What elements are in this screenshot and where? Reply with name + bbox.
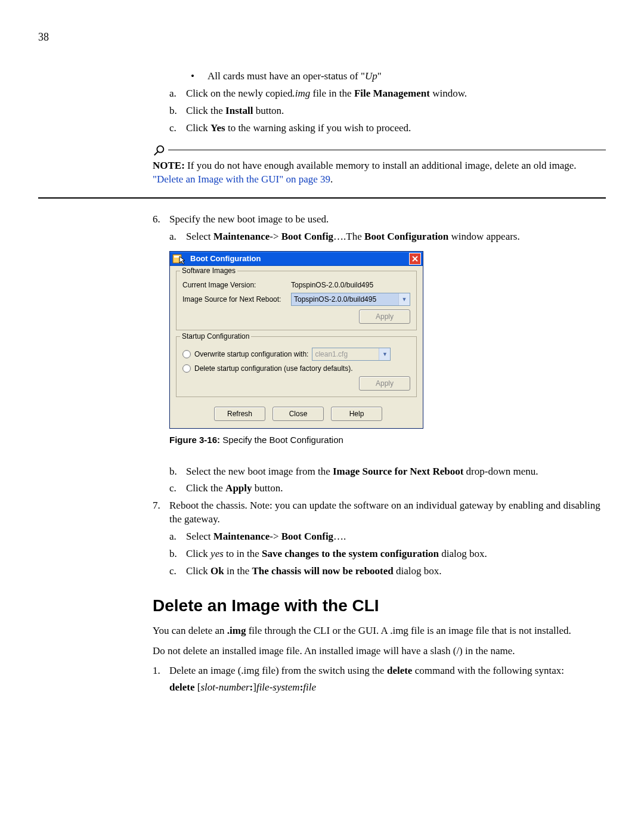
text-em: file xyxy=(303,682,316,693)
apply-button[interactable]: Apply xyxy=(359,309,410,324)
overwrite-radio[interactable] xyxy=(182,350,191,358)
step-text: Reboot the chassis. Note: you can update… xyxy=(169,499,606,527)
step-text: Specify the new boot image to be used. xyxy=(169,213,329,227)
image-source-next-reboot-label: Image Source for Next Reboot: xyxy=(182,295,291,304)
text: -> xyxy=(270,531,281,542)
figure-caption: Figure 3-16: Specify the Boot Configurat… xyxy=(169,435,606,445)
horizontal-rule xyxy=(38,197,606,199)
delete-config-radio[interactable] xyxy=(182,364,191,373)
text-bold: Maintenance xyxy=(213,231,270,242)
text-bold: delete xyxy=(387,665,412,676)
paragraph: Do not delete an installed image file. A… xyxy=(153,644,606,658)
text: ….The xyxy=(333,231,364,242)
text-bold: Ok xyxy=(210,565,224,577)
dialog-title: Boot Configuration xyxy=(190,254,261,263)
text: to the warning asking if you wish to pro… xyxy=(225,122,411,134)
delete-config-label: Delete startup configuration (use factor… xyxy=(194,364,352,373)
text: You can delete an xyxy=(153,625,227,636)
substep-a: a. Click on the newly copied.img file in… xyxy=(169,87,606,101)
text-em: file-system xyxy=(256,682,300,693)
text-bold: Yes xyxy=(210,122,225,134)
text: file through the CLI or the GUI. A .img … xyxy=(246,625,571,636)
close-button[interactable] xyxy=(409,253,421,265)
text: . xyxy=(330,174,333,185)
text-em: yes xyxy=(210,548,224,559)
note-text: NOTE: If you do not have enough availabl… xyxy=(153,159,606,187)
text: Click xyxy=(186,122,210,134)
overwrite-config-select[interactable]: clean1.cfg ▼ xyxy=(312,348,391,361)
magnifier-icon xyxy=(153,144,166,157)
bullet-item: • All cards must have an oper-status of … xyxy=(186,70,606,83)
refresh-button[interactable]: Refresh xyxy=(214,407,265,421)
text: button. xyxy=(253,105,284,116)
help-button[interactable]: Help xyxy=(331,407,382,421)
step-number: 6. xyxy=(153,213,169,227)
note-link[interactable]: "Delete an Image with the GUI" on page 3… xyxy=(153,174,330,185)
text: If you do not have enough available memo… xyxy=(187,160,576,171)
close-icon xyxy=(411,255,419,262)
text: Select the new boot image from the xyxy=(186,466,333,477)
text-bold: .img xyxy=(227,625,246,636)
text-bold: File Management xyxy=(354,88,430,99)
text: window. xyxy=(430,88,467,99)
step-number: 1. xyxy=(153,664,169,678)
text: Click xyxy=(186,565,210,577)
paragraph: You can delete an .img file through the … xyxy=(153,624,606,638)
apply-button[interactable]: Apply xyxy=(359,376,410,391)
text-bold: Image Source for Next Reboot xyxy=(333,466,463,477)
command-syntax: delete [slot-number:]file-system:file xyxy=(169,682,606,693)
text-bold: delete xyxy=(169,682,197,693)
select-value: clean1.cfg xyxy=(312,348,379,360)
text-bold: The chassis will now be rebooted xyxy=(252,565,394,577)
substep-b: b. Select the new boot image from the Im… xyxy=(169,465,606,479)
svg-point-0 xyxy=(157,145,163,152)
cursor-icon xyxy=(178,255,188,265)
step-6: 6. Specify the new boot image to be used… xyxy=(153,213,606,227)
overwrite-label: Overwrite startup configuration with: xyxy=(194,350,308,358)
text-bold: Install xyxy=(225,105,253,116)
text-em: slot-number xyxy=(200,682,249,693)
text: in the xyxy=(224,565,252,577)
chevron-down-icon: ▼ xyxy=(379,348,390,360)
step-number: 7. xyxy=(153,499,169,527)
boot-configuration-dialog: Boot Configuration Software Images Curre… xyxy=(169,251,423,429)
page-number: 38 xyxy=(38,31,606,44)
text-bold: Boot Config xyxy=(281,231,333,242)
svg-marker-4 xyxy=(179,256,185,264)
text-em: .img xyxy=(292,88,310,99)
substep-a: a. Select Maintenance-> Boot Config…. xyxy=(169,530,606,544)
text-bold: Apply xyxy=(225,482,252,494)
text: Delete an image (.img file) from the swi… xyxy=(169,665,387,676)
figure-number: Figure 3-16: xyxy=(169,435,220,445)
text: command with the following syntax: xyxy=(412,665,564,676)
substep-b: b. Click the Install button. xyxy=(169,104,606,118)
substep-c: c. Click Ok in the The chassis will now … xyxy=(169,565,606,578)
text: window appears. xyxy=(448,231,519,242)
text: Click the xyxy=(186,105,225,116)
note-label: NOTE: xyxy=(153,160,185,171)
text: All cards must have an oper-status of " xyxy=(208,70,365,82)
text-bold: Boot Configuration xyxy=(364,231,448,242)
text: dialog box. xyxy=(394,565,442,577)
substep-a: a. Select Maintenance-> Boot Config….The… xyxy=(169,230,606,244)
image-source-next-reboot-select[interactable]: TopspinOS-2.0.0/build495 ▼ xyxy=(291,293,410,306)
svg-line-1 xyxy=(154,151,158,155)
substep-c: c. Click the Apply button. xyxy=(169,482,606,496)
text: drop-down menu. xyxy=(463,466,538,477)
close-button[interactable]: Close xyxy=(273,407,324,421)
text: " xyxy=(377,70,382,82)
chevron-down-icon: ▼ xyxy=(398,293,410,305)
text: dialog box. xyxy=(439,548,487,559)
titlebar[interactable]: Boot Configuration xyxy=(170,252,423,266)
startup-configuration-group: Startup Configuration Overwrite startup … xyxy=(176,336,417,397)
text: -> xyxy=(270,231,281,242)
figure-text: Specify the Boot Configuration xyxy=(220,435,343,445)
text: …. xyxy=(333,531,346,542)
group-title: Startup Configuration xyxy=(180,332,251,340)
text: to in the xyxy=(224,548,262,559)
substep-b: b. Click yes to in the Save changes to t… xyxy=(169,547,606,561)
select-value: TopspinOS-2.0.0/build495 xyxy=(292,293,398,305)
section-heading: Delete an Image with the CLI xyxy=(153,596,606,615)
current-image-version-label: Current Image Version: xyxy=(182,281,291,289)
group-title: Software Images xyxy=(180,267,237,275)
